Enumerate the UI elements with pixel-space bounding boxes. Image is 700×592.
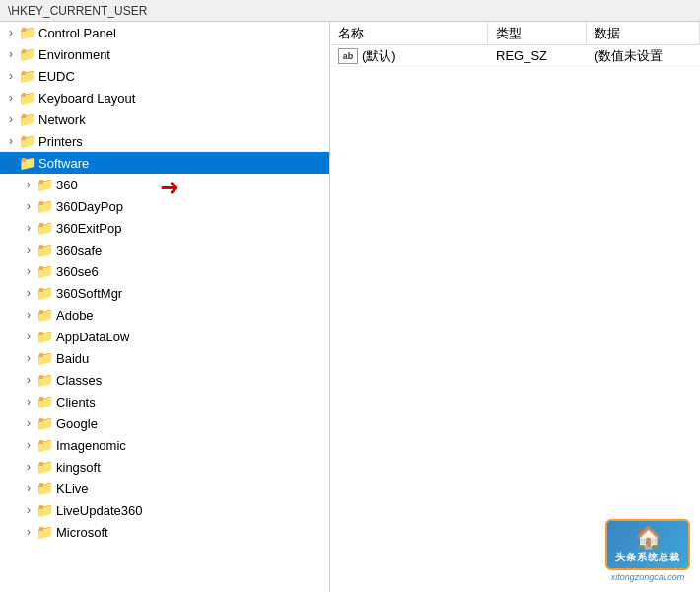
expand-arrow[interactable] [22,503,35,517]
tree-item-microsoft[interactable]: 📁Microsoft [0,521,329,543]
folder-icon: 📁 [35,198,53,214]
tree-item-360safe[interactable]: 📁360safe [0,239,329,260]
folder-icon: 📁 [18,133,35,149]
tree-item-label: 360se6 [56,264,99,279]
tree-item-software[interactable]: 📁Software [0,152,329,174]
tree-item-clients[interactable]: 📁Clients [0,391,329,412]
tree-item-imagenomic[interactable]: 📁Imagenomic [0,434,329,456]
tree-item-label: kingsoft [56,460,101,475]
folder-icon: 📁 [35,524,53,540]
tree-item-360softmgr[interactable]: 📁360SoftMgr [0,282,329,304]
tree-item-label: EUDC [38,69,75,84]
folder-icon: 📁 [35,481,53,496]
tree-item-label: Microsoft [56,525,108,540]
expand-arrow[interactable] [22,330,35,343]
watermark-icon: 🏠 [635,525,662,551]
folder-icon: 📁 [35,415,53,431]
tree-item-kingsoft[interactable]: 📁kingsoft [0,456,329,478]
cell-type: REG_SZ [488,46,587,65]
expand-arrow[interactable] [4,47,18,61]
folder-icon: 📁 [35,307,53,323]
tree-item-label: Environment [38,47,110,62]
tree-item-label: 360SoftMgr [56,286,122,301]
folder-icon: 📁 [35,263,53,279]
tree-item-adobe[interactable]: 📁Adobe [0,304,329,326]
tree-item-classes[interactable]: 📁Classes [0,369,329,391]
title-bar: \HKEY_CURRENT_USER [0,0,700,22]
expand-arrow[interactable] [22,178,35,191]
col-header-data: 数据 [587,22,700,44]
tree-item-label: 360safe [56,243,102,258]
tree-item-label: 360DayPop [56,199,123,214]
folder-icon: 📁 [18,111,35,127]
tree-item-360[interactable]: 📁360 [0,174,329,195]
tree-item-network[interactable]: 📁Network [0,109,329,130]
expand-arrow[interactable] [22,221,35,235]
folder-icon: 📁 [35,394,53,409]
tree-item-environment[interactable]: 📁Environment [0,43,329,65]
tree-item-360daypop[interactable]: 📁360DayPop [0,195,329,217]
col-header-name: 名称 [330,22,488,44]
tree-item-label: Printers [38,134,83,149]
col-header-type: 类型 [488,22,587,44]
tree-item-label: Adobe [56,308,94,323]
tree-item-label: Imagenomic [56,438,126,453]
folder-icon: 📁 [35,220,53,236]
table-row[interactable]: ab(默认)REG_SZ(数值未设置 [330,45,700,67]
tree-item-liveupdate360[interactable]: 📁LiveUpdate360 [0,499,329,521]
tree-item-label: LiveUpdate360 [56,503,142,518]
expand-arrow[interactable] [22,286,35,300]
expand-arrow[interactable] [22,373,35,387]
tree-item-baidu[interactable]: 📁Baidu [0,347,329,369]
expand-arrow[interactable] [4,156,18,170]
tree-item-label: 360 [56,178,78,192]
tree-item-label: 360ExitPop [56,221,122,236]
expand-arrow[interactable] [22,525,35,539]
title-text: \HKEY_CURRENT_USER [8,4,147,18]
tree-item-google[interactable]: 📁Google [0,412,329,434]
tree-item-360se6[interactable]: 📁360se6 [0,260,329,282]
tree-item-label: Classes [56,373,102,388]
watermark-url: xitongzongcai.com [611,572,685,582]
folder-icon: 📁 [35,285,53,301]
expand-arrow[interactable] [22,351,35,365]
folder-icon: 📁 [35,459,53,475]
folder-icon: 📁 [35,350,53,366]
tree-item-label: Network [38,112,86,127]
expand-arrow[interactable] [4,112,18,126]
tree-item-label: KLive [56,481,89,496]
expand-arrow[interactable] [22,264,35,278]
tree-item-label: Clients [56,395,96,409]
watermark: 🏠 头条系统总裁 xitongzongcai.com [605,519,690,582]
tree-item-eudc[interactable]: 📁EUDC [0,65,329,87]
expand-arrow[interactable] [4,26,18,39]
folder-icon: 📁 [35,502,53,518]
ab-icon: ab [338,48,358,64]
expand-arrow[interactable] [4,69,18,83]
folder-icon: 📁 [18,155,35,171]
expand-arrow[interactable] [22,395,35,408]
tree-panel: 📁Control Panel📁Environment📁EUDC📁Keyboard… [0,22,330,592]
tree-item-label: Google [56,416,98,431]
folder-icon: 📁 [18,25,35,40]
expand-arrow[interactable] [4,91,18,105]
folder-icon: 📁 [35,329,53,344]
expand-arrow[interactable] [22,460,35,474]
tree-item-label: Software [38,156,89,171]
tree-item-360exitpop[interactable]: 📁360ExitPop [0,217,329,239]
expand-arrow[interactable] [22,481,35,495]
folder-icon: 📁 [35,242,53,258]
tree-item-keyboard-layout[interactable]: 📁Keyboard Layout [0,87,329,109]
folder-icon: 📁 [18,46,35,62]
expand-arrow[interactable] [22,243,35,257]
tree-item-appdatalow[interactable]: 📁AppDataLow [0,326,329,347]
expand-arrow[interactable] [22,438,35,452]
tree-item-control-panel[interactable]: 📁Control Panel [0,22,329,43]
expand-arrow[interactable] [4,134,18,148]
expand-arrow[interactable] [22,416,35,430]
expand-arrow[interactable] [22,308,35,322]
tree-item-klive[interactable]: 📁KLive [0,478,329,499]
cell-name: ab(默认) [330,45,488,67]
tree-item-printers[interactable]: 📁Printers [0,130,329,152]
expand-arrow[interactable] [22,199,35,213]
